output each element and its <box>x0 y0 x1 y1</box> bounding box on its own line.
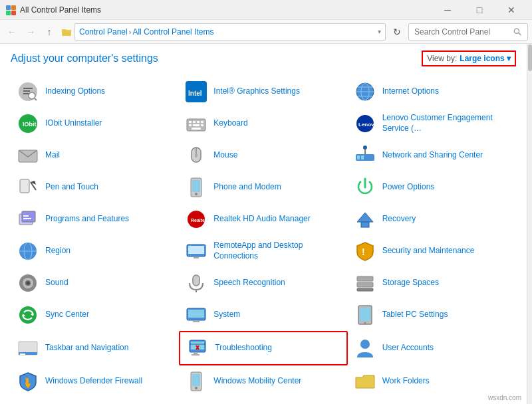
grid-item-storage[interactable]: Storage Spaces <box>348 267 516 299</box>
search-icon <box>513 27 522 37</box>
mouse-icon <box>184 144 208 167</box>
close-button[interactable]: ✕ <box>496 0 527 20</box>
grid-item-programs[interactable]: Programs and Features <box>11 203 179 235</box>
crumb-control-panel[interactable]: Control Panel <box>79 27 128 37</box>
watermark: wsxdn.com <box>488 394 521 401</box>
svg-rect-86 <box>192 354 200 355</box>
svg-rect-3 <box>11 11 16 15</box>
svg-rect-29 <box>192 128 201 130</box>
grid-item-iobit[interactable]: IObitIObit Uninstaller <box>11 108 179 140</box>
grid-item-user[interactable]: User Accounts <box>348 331 516 365</box>
grid-item-realtek[interactable]: RealtekRealtek HD Audio Manager <box>179 203 347 235</box>
search-input[interactable] <box>414 27 511 37</box>
address-bar: ← → ↑ Control Panel › All Control Panel … <box>0 20 532 44</box>
crumb-all-items[interactable]: All Control Panel Items <box>132 27 213 37</box>
svg-point-46 <box>195 193 198 195</box>
grid-item-taskbar[interactable]: Taskbar and Navigation <box>11 331 179 365</box>
item-label-troubleshoot: Troubleshooting <box>215 343 272 354</box>
main-content: Adjust your computer's settings View by:… <box>0 44 527 404</box>
title-bar-controls: ─ □ ✕ <box>432 0 527 20</box>
keyboard-icon <box>184 112 208 136</box>
item-label-realtek: Realtek HD Audio Manager <box>213 214 310 225</box>
svg-rect-8 <box>23 90 30 92</box>
item-label-speech: Speech Recognition <box>213 278 285 288</box>
item-label-recovery: Recovery <box>382 214 416 225</box>
taskbar-icon <box>16 336 40 360</box>
svg-rect-25 <box>201 121 203 123</box>
troubleshoot-icon <box>186 336 209 360</box>
breadcrumb-sep: › <box>129 28 132 36</box>
grid-item-keyboard[interactable]: Keyboard <box>179 108 347 140</box>
grid-item-sound[interactable]: Sound <box>11 267 179 299</box>
grid-item-sync[interactable]: Sync Center <box>11 299 179 331</box>
grid-item-pen[interactable]: Pen and Touch <box>11 171 179 203</box>
grid-item-system[interactable]: System <box>179 299 347 331</box>
grid-item-lenovo[interactable]: LenovoLenovo Customer Engagement Service… <box>348 108 516 140</box>
svg-rect-28 <box>201 124 203 126</box>
item-label-system: System <box>213 310 240 320</box>
grid-item-troubleshoot[interactable]: Troubleshooting <box>179 331 347 365</box>
user-icon <box>353 336 377 360</box>
grid-item-region[interactable]: Region <box>11 235 179 267</box>
svg-rect-45 <box>192 180 200 192</box>
forward-button[interactable]: → <box>23 24 39 40</box>
svg-rect-81 <box>20 354 25 355</box>
svg-rect-75 <box>193 320 200 322</box>
grid-item-remoteapp[interactable]: RemoteApp and Desktop Connections <box>179 235 347 267</box>
app-icon <box>5 5 16 15</box>
grid-item-internet[interactable]: Internet Options <box>348 76 516 108</box>
viewby-value[interactable]: Large icons ▾ <box>460 54 511 63</box>
svg-rect-58 <box>188 246 204 254</box>
item-label-iobit: IObit Uninstaller <box>45 118 102 129</box>
grid-item-firewall[interactable]: Windows Defender Firewall <box>11 365 179 397</box>
remoteapp-icon <box>184 239 208 263</box>
grid-item-phone[interactable]: Phone and Modem <box>179 171 347 203</box>
svg-rect-41 <box>20 179 29 193</box>
grid-item-mouse[interactable]: Mouse <box>179 140 347 171</box>
svg-point-35 <box>195 153 198 157</box>
item-label-sound: Sound <box>45 278 68 288</box>
network-icon <box>353 144 377 167</box>
grid-item-security[interactable]: !Security and Maintenance <box>348 235 516 267</box>
grid-item-power[interactable]: Power Options <box>348 171 516 203</box>
refresh-button[interactable]: ↻ <box>388 23 406 41</box>
grid-item-network[interactable]: Network and Sharing Center <box>348 140 516 171</box>
svg-rect-7 <box>23 88 33 89</box>
maximize-button[interactable]: □ <box>464 0 495 20</box>
up-button[interactable]: ↑ <box>41 24 57 40</box>
grid-item-recovery[interactable]: Recovery <box>348 203 516 235</box>
workfolders-icon <box>353 369 377 393</box>
mobility-icon <box>184 369 208 393</box>
item-label-network: Network and Sharing Center <box>382 150 483 161</box>
lenovo-icon: Lenovo <box>353 112 377 136</box>
sound-icon <box>16 271 40 295</box>
svg-rect-67 <box>357 276 373 281</box>
iobit-icon: IObit <box>16 112 40 136</box>
title-bar-left: All Control Panel Items <box>5 5 101 15</box>
svg-line-11 <box>35 98 37 100</box>
item-label-tablet: Tablet PC Settings <box>382 310 448 320</box>
search-box[interactable] <box>408 23 528 41</box>
grid-item-speech[interactable]: Speech Recognition <box>179 267 347 299</box>
svg-rect-91 <box>192 374 200 386</box>
scrollbar[interactable] <box>527 44 532 404</box>
security-icon: ! <box>353 239 377 263</box>
mail-icon <box>16 144 40 167</box>
svg-point-40 <box>363 146 367 150</box>
grid-item-mail[interactable]: Mail <box>11 140 179 171</box>
dropdown-arrow[interactable]: ▾ <box>378 28 381 35</box>
indexing-icon <box>16 80 40 104</box>
scrollbar-thumb[interactable] <box>528 45 532 71</box>
grid-item-tablet[interactable]: Tablet PC Settings <box>348 299 516 331</box>
grid-item-mobility[interactable]: Windows Mobility Center <box>179 365 347 397</box>
grid-item-intel[interactable]: IntelIntel® Graphics Settings <box>179 76 347 108</box>
view-by-control[interactable]: View by: Large icons ▾ <box>422 50 516 66</box>
item-label-mail: Mail <box>45 150 60 161</box>
recovery-icon <box>353 207 377 231</box>
item-label-taskbar: Taskbar and Navigation <box>45 343 128 354</box>
grid-item-indexing[interactable]: Indexing Options <box>11 76 179 108</box>
grid-item-workfolders[interactable]: Work Folders <box>348 365 516 397</box>
minimize-button[interactable]: ─ <box>432 0 463 20</box>
back-button[interactable]: ← <box>4 24 20 40</box>
svg-point-78 <box>364 322 366 324</box>
